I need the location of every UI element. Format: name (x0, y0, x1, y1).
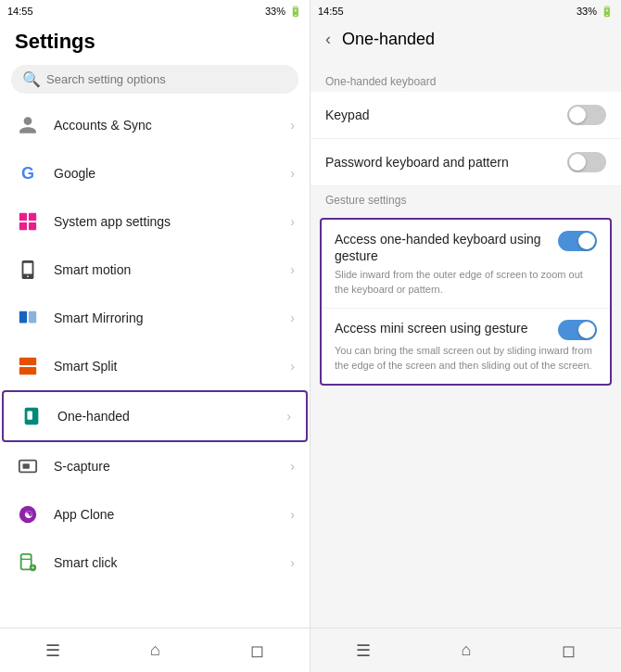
svg-rect-4 (19, 311, 27, 323)
one-handed-label: One-handed (57, 409, 286, 424)
sidebar-item-s-capture[interactable]: S-capture › (0, 442, 310, 490)
smart-click-label: Smart click (54, 555, 290, 570)
mini-screen-gesture-toggle[interactable] (558, 320, 597, 340)
svg-rect-1 (29, 213, 36, 221)
toggle-knob (578, 233, 595, 249)
left-battery: 33% (265, 6, 285, 17)
right-home-nav-btn[interactable]: ⌂ (462, 640, 472, 660)
search-icon: 🔍 (22, 70, 41, 88)
battery-icon-right: 🔋 (601, 6, 614, 18)
section-label-keyboard: One-handed keyboard (310, 68, 621, 92)
left-status-bar: 14:55 33% 🔋 (0, 0, 310, 22)
keyboard-gesture-title: Access one-handed keyboard using gesture (335, 231, 551, 264)
menu-list: Accounts & Sync › G Google › System app … (0, 101, 310, 628)
toggle-knob (569, 107, 586, 123)
smart-motion-label: Smart motion (54, 262, 290, 277)
chevron-icon: › (290, 166, 295, 181)
keypad-label: Keypad (325, 108, 567, 122)
grid-icon (15, 209, 41, 235)
svg-rect-3 (29, 222, 36, 230)
sidebar-item-app-clone[interactable]: ☯ App Clone › (0, 490, 310, 539)
sidebar-item-accounts-sync[interactable]: Accounts & Sync › (0, 101, 310, 149)
chevron-icon: › (290, 359, 295, 374)
search-bar[interactable]: 🔍 (11, 65, 298, 94)
right-panel: 14:55 33% 🔋 ‹ One-handed One-handed keyb… (310, 0, 621, 672)
chevron-icon: › (290, 555, 295, 570)
password-keyboard-label: Password keyboard and pattern (325, 155, 567, 170)
back-button[interactable]: ‹ (325, 30, 331, 49)
smartclick-icon: + (15, 550, 41, 576)
mini-screen-gesture-title: Access mini screen using gesture (335, 320, 551, 336)
accounts-sync-label: Accounts & Sync (54, 118, 290, 133)
right-content: One-handed keyboard Keypad Password keyb… (310, 60, 621, 628)
chevron-icon: › (290, 459, 295, 474)
person-icon (15, 112, 41, 138)
svg-rect-0 (19, 213, 27, 221)
password-keyboard-row: Password keyboard and pattern (310, 139, 621, 186)
right-status-bar: 14:55 33% 🔋 (310, 0, 621, 22)
split-icon (15, 353, 41, 379)
right-header: ‹ One-handed (310, 22, 621, 60)
app-clone-label: App Clone (54, 507, 290, 522)
sidebar-item-one-handed[interactable]: One-handed › (2, 390, 308, 442)
one-hand-icon (19, 403, 44, 429)
svg-rect-6 (19, 358, 36, 365)
toggle-knob (578, 322, 595, 338)
keypad-toggle[interactable] (567, 105, 606, 125)
svg-rect-11 (23, 463, 30, 469)
mini-screen-gesture-item: Access mini screen using gesture You can… (322, 308, 610, 384)
svg-rect-5 (29, 311, 36, 323)
menu-nav-btn[interactable]: ☰ (45, 640, 60, 661)
svg-rect-9 (27, 412, 32, 420)
keyboard-gesture-item: Access one-handed keyboard using gesture… (322, 220, 610, 308)
right-back-nav-btn[interactable]: ◻ (562, 640, 576, 661)
keyboard-gesture-toggle[interactable] (558, 231, 597, 251)
home-nav-btn[interactable]: ⌂ (150, 640, 160, 660)
s-capture-label: S-capture (54, 459, 290, 474)
right-title: One-handed (342, 30, 435, 49)
svg-rect-7 (19, 367, 36, 374)
smart-mirroring-label: Smart Mirroring (54, 311, 290, 325)
svg-text:☯: ☯ (24, 509, 33, 520)
toggle-knob (569, 154, 586, 171)
svg-rect-2 (19, 222, 27, 230)
page-title-area: Settings (0, 22, 310, 61)
mirror-icon (15, 305, 41, 331)
page-title: Settings (15, 30, 295, 54)
sidebar-item-google[interactable]: G Google › (0, 149, 310, 197)
google-icon: G (15, 160, 41, 186)
system-app-label: System app settings (54, 214, 290, 229)
smart-split-label: Smart Split (54, 359, 290, 374)
sidebar-item-smart-split[interactable]: Smart Split › (0, 342, 310, 390)
keypad-row: Keypad (310, 92, 621, 139)
right-battery: 33% (577, 6, 597, 17)
sidebar-item-smart-click[interactable]: + Smart click › (0, 539, 310, 587)
right-menu-nav-btn[interactable]: ☰ (356, 640, 371, 661)
keyboard-gesture-desc: Slide inward from the outer edge of scre… (335, 268, 597, 297)
clone-icon: ☯ (15, 501, 41, 527)
battery-icon: 🔋 (289, 6, 302, 18)
mini-screen-gesture-desc: You can bring the small screen out by sl… (335, 344, 597, 373)
section-label-gesture: Gesture settings (310, 186, 621, 210)
right-nav-bar: ☰ ⌂ ◻ (310, 628, 621, 672)
gesture-settings-box: Access one-handed keyboard using gesture… (320, 218, 612, 386)
chevron-icon: › (290, 118, 295, 133)
google-label: Google (54, 166, 290, 181)
capture-icon (15, 453, 41, 479)
left-time: 14:55 (7, 6, 33, 17)
right-time: 14:55 (318, 6, 344, 17)
sidebar-item-smart-mirroring[interactable]: Smart Mirroring › (0, 294, 310, 342)
left-nav-bar: ☰ ⌂ ◻ (0, 628, 310, 672)
chevron-icon: › (290, 507, 295, 522)
phone-motion-icon (15, 257, 41, 283)
sidebar-item-system-app[interactable]: System app settings › (0, 197, 310, 246)
chevron-icon: › (290, 214, 295, 229)
password-keyboard-toggle[interactable] (567, 152, 606, 172)
search-input[interactable] (46, 72, 287, 86)
svg-text:+: + (31, 564, 34, 572)
chevron-icon: › (290, 262, 295, 277)
back-nav-btn[interactable]: ◻ (250, 640, 264, 661)
sidebar-item-smart-motion[interactable]: Smart motion › (0, 246, 310, 294)
chevron-icon: › (286, 409, 291, 424)
left-panel: 14:55 33% 🔋 Settings 🔍 Accounts & Sync ›… (0, 0, 310, 672)
